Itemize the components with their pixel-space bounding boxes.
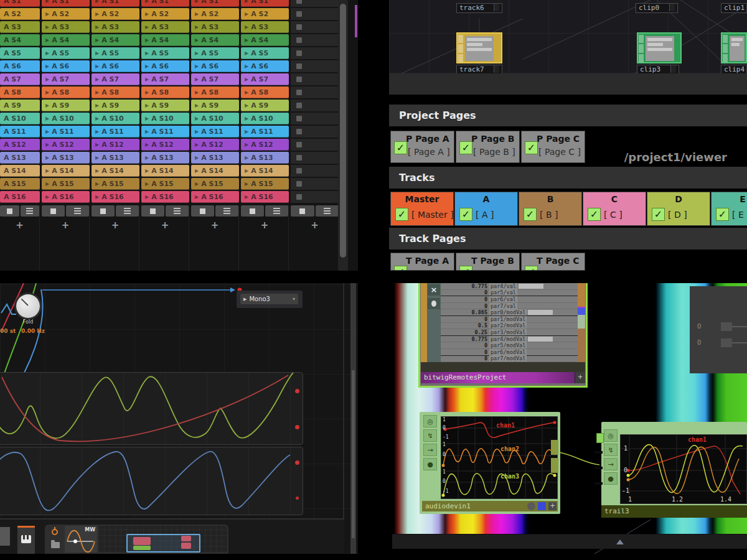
add-clip-button[interactable]: +: [0, 220, 39, 231]
mono3-dropdown[interactable]: ▶ Mono3 ▾: [240, 294, 298, 304]
clip-cell[interactable]: ▶A S13: [241, 152, 289, 164]
node-name-trail[interactable]: trail3: [601, 505, 747, 518]
clip-cell[interactable]: ▶A S15: [92, 178, 139, 190]
param-value[interactable]: 0: [697, 323, 701, 330]
node-label-clip0[interactable]: clip0: [636, 3, 678, 13]
clip-cell[interactable]: ▶A S7: [191, 73, 239, 85]
param-slider[interactable]: [721, 338, 732, 347]
clip-cell[interactable]: ▶A S16: [42, 191, 90, 203]
node-trail[interactable]: ◎ ↯ → ●: [601, 422, 747, 518]
clip-cell[interactable]: ▶A S14: [241, 165, 289, 177]
clip-cell[interactable]: ▶A S15: [42, 178, 90, 190]
node-clip3[interactable]: [637, 32, 682, 63]
clip-stop-cell[interactable]: [291, 100, 339, 111]
power-icon[interactable]: [52, 529, 58, 535]
clip-stop-cell[interactable]: [291, 178, 339, 190]
clip-cell[interactable]: ▶A S16: [241, 191, 289, 203]
stop-all-button[interactable]: [241, 205, 264, 217]
keyboard-tab[interactable]: [17, 526, 35, 554]
page-card[interactable]: P Page A✓[ Page A ]: [390, 131, 454, 163]
clip-cell[interactable]: ▶A S3: [92, 21, 139, 33]
scene-cell[interactable]: A S1: [0, 0, 40, 7]
scene-cell[interactable]: A S6: [0, 60, 40, 72]
track-card[interactable]: D✓[ D ]: [647, 192, 710, 226]
track-card[interactable]: A✓[ A ]: [454, 192, 518, 226]
clip-cell[interactable]: ▶A S12: [141, 139, 189, 151]
list-button[interactable]: [215, 205, 238, 217]
clip-cell[interactable]: ▶A S8: [191, 86, 239, 98]
clip-cell[interactable]: ▶A S6: [141, 60, 189, 72]
clip-cell[interactable]: ▶A S5: [241, 47, 289, 59]
clip-cell[interactable]: ▶A S10: [191, 113, 239, 124]
node-label-clip1[interactable]: clip1: [721, 3, 747, 13]
clip-cell[interactable]: ▶A S8: [92, 86, 139, 98]
add-clip-button[interactable]: +: [92, 220, 139, 231]
scene-cell[interactable]: A S12: [0, 139, 40, 151]
stop-all-button[interactable]: [0, 205, 19, 217]
scene-cell[interactable]: A S11: [0, 126, 40, 138]
param-slider[interactable]: [721, 322, 732, 331]
clip-cell[interactable]: ▶A S5: [191, 47, 239, 59]
pulse-icon[interactable]: ↯: [423, 429, 437, 442]
clip-cell[interactable]: ▶A S16: [141, 191, 189, 203]
interact-icon[interactable]: [428, 298, 440, 309]
clip-stop-cell[interactable]: [291, 113, 339, 124]
clip-cell[interactable]: ▶A S12: [191, 139, 239, 151]
clip-cell[interactable]: ▶A S6: [241, 60, 289, 72]
stop-all-button[interactable]: [291, 205, 314, 217]
expand-triangle-icon[interactable]: [616, 539, 624, 544]
viewer-icon[interactable]: ◎: [604, 429, 618, 442]
semitone-value[interactable]: 00 st: [0, 328, 16, 334]
node-bitwig-remotes[interactable]: × 0.775par4/val0par5/val0par6/val0par7/v…: [418, 283, 588, 388]
output-port[interactable]: [295, 389, 299, 393]
node-clip4[interactable]: [721, 32, 747, 63]
list-button[interactable]: [316, 205, 339, 217]
clip-stop-cell[interactable]: [291, 86, 339, 98]
clip-cell[interactable]: ▶A S13: [92, 152, 139, 164]
clip-stop-cell[interactable]: [291, 8, 339, 20]
clip-stop-cell[interactable]: [291, 73, 339, 85]
clip-cell[interactable]: ▶A S5: [92, 47, 139, 59]
scene-cell[interactable]: A S16: [0, 191, 40, 203]
clip-cell[interactable]: ▶A S7: [241, 73, 289, 85]
list-button[interactable]: [265, 205, 288, 217]
clip-stop-cell[interactable]: [291, 34, 339, 46]
clip-stop-cell[interactable]: [291, 139, 339, 151]
page-card[interactable]: P Page C✓[ Page C ]: [521, 131, 585, 163]
output-tab[interactable]: [551, 440, 558, 455]
clip-cell[interactable]: ▶A S10: [241, 113, 289, 124]
input-port[interactable]: [594, 451, 603, 454]
checkbox[interactable]: ✓: [459, 141, 472, 154]
folder-icon[interactable]: [51, 542, 60, 548]
clip-cell[interactable]: ▶A S4: [42, 34, 90, 46]
node-button-square[interactable]: [538, 502, 546, 510]
scene-cell[interactable]: A S7: [0, 73, 40, 85]
checkbox[interactable]: ✓: [525, 266, 538, 271]
checkbox[interactable]: ✓: [459, 208, 472, 221]
export-icon[interactable]: →: [423, 444, 437, 456]
clip-cell[interactable]: ▶A S16: [191, 191, 239, 203]
checkbox[interactable]: ✓: [394, 266, 407, 271]
clip-cell[interactable]: ▶A S2: [42, 8, 90, 20]
clip-cell[interactable]: ▶A S14: [141, 165, 189, 177]
add-icon[interactable]: +: [575, 372, 585, 383]
clip-cell[interactable]: ▶A S9: [42, 100, 90, 111]
stop-all-button[interactable]: [141, 205, 164, 217]
clip-cell[interactable]: ▶A S12: [42, 139, 90, 151]
clip-cell[interactable]: ▶A S14: [191, 165, 239, 177]
clip-cell[interactable]: ▶A S11: [191, 126, 239, 138]
scene-cell[interactable]: A S9: [0, 100, 40, 111]
viewer-icon[interactable]: ◎: [423, 415, 437, 427]
frequency-value[interactable]: 0.00 Hz: [21, 328, 45, 334]
scene-cell[interactable]: A S2: [0, 8, 40, 20]
stop-all-button[interactable]: [92, 205, 115, 217]
node-audiodevin[interactable]: ◎ ↯ → ●: [420, 412, 560, 514]
checkbox[interactable]: ✓: [524, 208, 537, 221]
input-port[interactable]: [594, 482, 603, 485]
list-button[interactable]: [66, 205, 89, 217]
clip-cell[interactable]: ▶A S14: [42, 165, 90, 177]
clip-cell[interactable]: ▶A S6: [42, 60, 90, 72]
stop-all-button[interactable]: [42, 205, 65, 217]
clip-stop-cell[interactable]: [291, 0, 339, 7]
pattern-grid[interactable]: [98, 526, 227, 553]
